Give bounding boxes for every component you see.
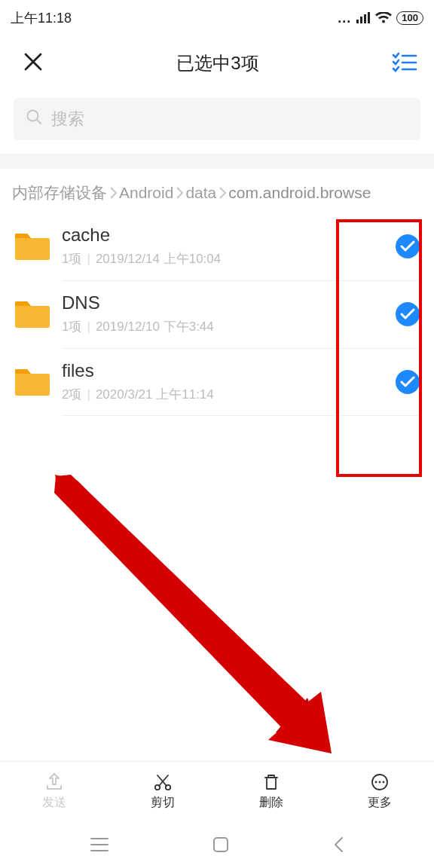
send-button[interactable]: 发送 — [0, 762, 108, 821]
chevron-right-icon — [218, 186, 227, 200]
toolbar-label: 删除 — [259, 795, 283, 811]
search-icon — [26, 108, 42, 130]
wifi-icon — [375, 12, 392, 24]
status-right: ... 100 — [338, 11, 423, 26]
search-input[interactable]: 搜索 — [14, 98, 420, 140]
search-wrap: 搜索 — [0, 90, 434, 154]
folder-meta: 1项|2019/12/10 下午3:44 — [62, 318, 395, 335]
folder-meta: 2项|2020/3/21 上午11:14 — [62, 386, 395, 403]
toolbar-label: 发送 — [42, 795, 66, 811]
svg-marker-4 — [55, 475, 316, 744]
folder-icon — [14, 366, 51, 398]
checkbox-checked-icon[interactable] — [395, 301, 420, 327]
folder-meta: 1项|2019/12/14 上午10:04 — [62, 250, 395, 267]
checkbox-checked-icon[interactable] — [395, 234, 420, 259]
chevron-right-icon — [108, 186, 118, 200]
svg-rect-17 — [214, 838, 228, 851]
breadcrumb-item[interactable]: 内部存储设备 — [12, 182, 107, 203]
trash-icon — [261, 772, 281, 792]
app-bar: 已选中3项 — [0, 36, 434, 90]
close-icon[interactable] — [23, 51, 44, 75]
svg-point-14 — [375, 781, 377, 784]
battery-icon: 100 — [396, 11, 423, 25]
more-dots-icon: ... — [338, 11, 351, 26]
breadcrumb[interactable]: 内部存储设备 Android data com.android.browse — [0, 169, 434, 212]
folder-name: DNS — [62, 292, 395, 313]
svg-marker-7 — [57, 476, 307, 719]
status-time: 上午11:18 — [11, 9, 72, 27]
annotation-arrow-clean — [51, 475, 334, 757]
delete-button[interactable]: 删除 — [217, 762, 326, 821]
svg-marker-9 — [277, 698, 324, 747]
svg-marker-8 — [276, 701, 324, 747]
breadcrumb-item[interactable]: Android — [119, 184, 173, 202]
checkbox-checked-icon[interactable] — [395, 369, 420, 395]
search-placeholder: 搜索 — [51, 108, 84, 130]
breadcrumb-item[interactable]: com.android.browse — [228, 184, 371, 202]
share-icon — [44, 772, 64, 792]
more-button[interactable]: 更多 — [326, 762, 434, 821]
svg-point-15 — [379, 781, 381, 784]
folder-name: files — [62, 360, 395, 381]
toolbar-label: 更多 — [368, 795, 392, 811]
signal-icon — [356, 12, 371, 24]
folder-name: cache — [62, 225, 395, 246]
page-title: 已选中3项 — [176, 51, 258, 75]
bottom-toolbar: 发送 剪切 删除 更多 — [0, 761, 434, 821]
section-spacer — [0, 154, 434, 169]
list-item[interactable]: cache 1项|2019/12/14 上午10:04 — [0, 212, 434, 280]
list-item[interactable]: files 2项|2020/3/21 上午11:14 — [0, 348, 434, 416]
folder-list: cache 1项|2019/12/14 上午10:04 DNS 1项|2019/… — [0, 212, 434, 416]
select-all-icon[interactable] — [392, 51, 417, 75]
breadcrumb-item[interactable]: data — [185, 184, 216, 202]
svg-point-16 — [383, 781, 385, 784]
svg-marker-5 — [55, 475, 319, 746]
nav-menu-icon[interactable] — [90, 837, 109, 852]
status-bar: 上午11:18 ... 100 — [0, 0, 434, 36]
folder-icon — [14, 298, 51, 330]
svg-marker-10 — [54, 475, 332, 753]
more-icon — [370, 772, 390, 792]
list-item[interactable]: DNS 1项|2019/12/10 下午3:44 — [0, 280, 434, 348]
scissors-icon — [153, 772, 173, 792]
chevron-right-icon — [175, 186, 184, 200]
nav-home-icon[interactable] — [212, 836, 229, 853]
toolbar-label: 剪切 — [151, 795, 175, 811]
annotation-arrow — [51, 475, 330, 753]
nav-back-icon[interactable] — [332, 836, 344, 854]
folder-icon — [14, 231, 51, 262]
system-navbar — [0, 821, 434, 868]
svg-marker-6 — [57, 478, 319, 744]
cut-button[interactable]: 剪切 — [108, 762, 217, 821]
